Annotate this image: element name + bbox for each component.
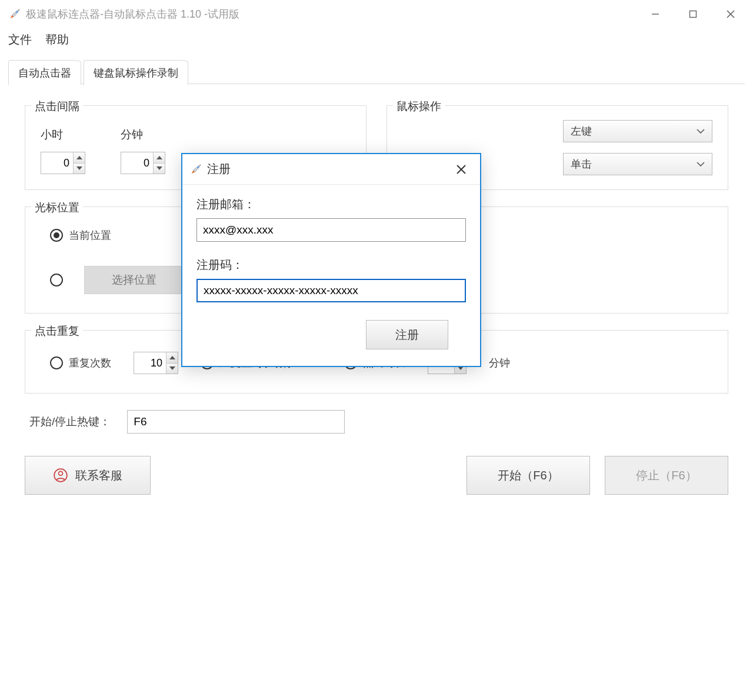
tab-recorder[interactable]: 键盘鼠标操作录制 xyxy=(84,60,188,85)
group-cursor-legend: 光标位置 xyxy=(31,200,83,215)
dialog-submit-button[interactable]: 注册 xyxy=(366,320,448,349)
hours-up-icon[interactable] xyxy=(74,152,85,164)
radio-pick-pos[interactable] xyxy=(50,274,63,286)
register-dialog: 注册 注册邮箱： 注册码： 注册 xyxy=(181,153,481,367)
svg-marker-5 xyxy=(76,156,82,159)
radio-current-pos-label: 当前位置 xyxy=(69,228,111,242)
svg-point-0 xyxy=(16,11,18,14)
count-up-icon[interactable] xyxy=(166,352,178,364)
radio-circle-icon xyxy=(50,356,63,369)
dialog-code-label: 注册码： xyxy=(196,257,466,273)
svg-marker-9 xyxy=(169,356,175,359)
radio-circle-icon xyxy=(50,229,63,242)
mouse-button-value: 左键 xyxy=(571,124,592,138)
hotkey-input[interactable] xyxy=(127,410,345,434)
minutes-down-icon[interactable] xyxy=(154,164,165,174)
minutes-up-icon[interactable] xyxy=(154,152,165,164)
hotkey-label: 开始/停止热键： xyxy=(29,414,111,429)
contact-support-button[interactable]: 联系客服 xyxy=(25,456,151,495)
svg-marker-7 xyxy=(156,156,162,159)
dialog-rocket-icon xyxy=(189,163,202,176)
pick-position-button[interactable]: 选择位置 xyxy=(84,266,184,294)
menubar: 文件 帮助 xyxy=(0,28,753,55)
hours-spinner[interactable] xyxy=(41,152,85,174)
radio-repeat-count[interactable]: 重复次数 xyxy=(50,356,111,370)
svg-marker-10 xyxy=(169,366,175,370)
chevron-down-icon xyxy=(697,162,705,166)
dialog-title: 注册 xyxy=(207,161,449,177)
svg-marker-12 xyxy=(458,366,464,370)
hours-down-icon[interactable] xyxy=(74,164,85,174)
dialog-code-input[interactable] xyxy=(196,279,466,302)
hours-input[interactable] xyxy=(41,152,73,174)
radio-circle-icon xyxy=(50,274,63,286)
start-button[interactable]: 开始（F6） xyxy=(467,456,590,495)
menu-file[interactable]: 文件 xyxy=(8,32,32,48)
label-minutes: 分钟 xyxy=(121,127,165,142)
dialog-titlebar: 注册 xyxy=(182,154,480,185)
svg-rect-2 xyxy=(690,11,697,18)
label-hours: 小时 xyxy=(41,127,85,142)
chevron-down-icon xyxy=(697,129,705,134)
dialog-email-input[interactable] xyxy=(196,218,466,242)
dialog-close-button[interactable] xyxy=(449,158,473,181)
window-title: 极速鼠标连点器-自动鼠标点击器 1.10 -试用版 xyxy=(26,7,637,21)
group-mouse-action-legend: 鼠标操作 xyxy=(393,99,445,114)
group-interval-legend: 点击间隔 xyxy=(31,99,83,114)
window-controls xyxy=(637,1,749,27)
stop-button[interactable]: 停止（F6） xyxy=(605,456,728,495)
radio-repeat-count-label: 重复次数 xyxy=(69,356,111,370)
titlebar: 极速鼠标连点器-自动鼠标点击器 1.10 -试用版 xyxy=(0,0,753,28)
repeat-count-input[interactable] xyxy=(134,352,166,374)
group-repeat-legend: 点击重复 xyxy=(31,324,83,339)
menu-help[interactable]: 帮助 xyxy=(45,32,69,48)
maximize-button[interactable] xyxy=(674,1,712,27)
duration-unit-label: 分钟 xyxy=(489,356,510,370)
minutes-input[interactable] xyxy=(121,152,153,174)
click-type-value: 单击 xyxy=(571,157,592,171)
count-down-icon[interactable] xyxy=(166,364,178,374)
mouse-button-select[interactable]: 左键 xyxy=(563,120,712,142)
minutes-spinner[interactable] xyxy=(121,152,165,174)
svg-point-14 xyxy=(59,471,63,475)
minimize-button[interactable] xyxy=(637,1,674,27)
person-icon xyxy=(53,468,68,483)
contact-support-label: 联系客服 xyxy=(75,468,122,484)
close-button[interactable] xyxy=(712,1,749,27)
dialog-email-label: 注册邮箱： xyxy=(196,196,466,212)
tab-strip: 自动点击器 键盘鼠标操作录制 xyxy=(8,59,745,84)
bottom-buttons: 联系客服 开始（F6） 停止（F6） xyxy=(25,456,728,495)
repeat-count-spinner[interactable] xyxy=(134,352,178,374)
svg-marker-8 xyxy=(156,166,162,170)
tab-auto-clicker[interactable]: 自动点击器 xyxy=(8,60,81,85)
svg-point-15 xyxy=(197,166,199,168)
svg-marker-6 xyxy=(76,166,82,170)
app-rocket-icon xyxy=(8,8,21,21)
click-type-select[interactable]: 单击 xyxy=(563,153,712,175)
